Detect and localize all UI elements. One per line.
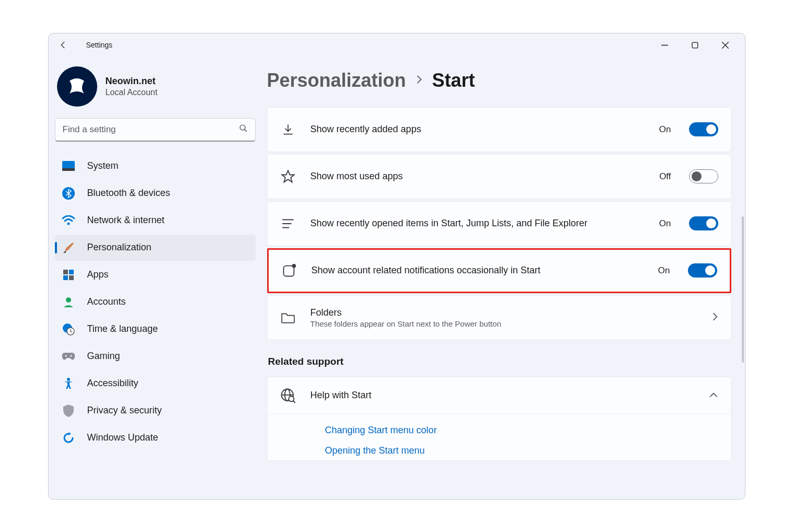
breadcrumb-current: Start <box>432 70 475 91</box>
star-icon <box>280 169 296 184</box>
close-button[interactable] <box>710 36 741 54</box>
svg-line-6 <box>244 130 246 132</box>
profile-name: Neowin.net <box>106 76 158 87</box>
setting-text: Show recently opened items in Start, Jum… <box>311 218 645 229</box>
window-controls <box>650 36 741 54</box>
related-support-heading: Related support <box>268 356 731 367</box>
back-button[interactable] <box>53 34 74 55</box>
setting-title: Show account related notifications occas… <box>312 265 643 276</box>
toggle-switch[interactable] <box>689 122 718 136</box>
sidebar-item-label: Accounts <box>87 296 126 307</box>
svg-rect-11 <box>63 270 68 274</box>
globe-search-icon <box>280 388 296 403</box>
sidebar-item-label: Network & internet <box>87 215 165 226</box>
setting-text: Folders These folders appear on Start ne… <box>311 307 697 328</box>
maximize-button[interactable] <box>680 36 710 54</box>
sidebar-item-label: Gaming <box>87 351 120 362</box>
sidebar-item-label: Windows Update <box>87 432 158 443</box>
sidebar-item-privacy[interactable]: Privacy & security <box>55 398 256 424</box>
chevron-right-icon <box>416 74 423 87</box>
main-content: Personalization Start Show recently adde… <box>262 57 745 499</box>
svg-rect-14 <box>69 275 74 280</box>
sidebar-item-label: Apps <box>87 269 109 280</box>
svg-point-31 <box>289 396 294 401</box>
apps-icon <box>61 268 76 282</box>
setting-text: Show recently added apps <box>311 124 645 135</box>
sidebar-item-label: Personalization <box>87 242 152 253</box>
download-icon <box>280 122 296 137</box>
setting-title: Show recently opened items in Start, Jum… <box>311 218 645 229</box>
sidebar-item-update[interactable]: Windows Update <box>55 425 256 451</box>
sidebar-item-accounts[interactable]: Accounts <box>55 289 256 315</box>
settings-window: Settings Neowin.net Local Account <box>48 33 745 500</box>
sidebar-item-time[interactable]: Time & language <box>55 316 256 342</box>
sidebar: Neowin.net Local Account System <box>49 57 262 499</box>
sidebar-item-gaming[interactable]: Gaming <box>55 343 256 369</box>
toggle-state-label: On <box>659 124 671 135</box>
sidebar-item-network[interactable]: Network & internet <box>55 207 256 234</box>
svg-rect-12 <box>69 270 74 274</box>
sidebar-item-accessibility[interactable]: Accessibility <box>55 371 256 397</box>
wifi-icon <box>61 214 76 227</box>
setting-account-notifications[interactable]: Show account related notifications occas… <box>267 248 731 293</box>
svg-line-32 <box>293 401 295 403</box>
sidebar-item-label: Bluetooth & devices <box>87 188 170 199</box>
body: Neowin.net Local Account System <box>49 57 745 499</box>
setting-text: Show account related notifications occas… <box>312 265 643 276</box>
setting-title: Show most used apps <box>311 171 645 182</box>
sidebar-item-apps[interactable]: Apps <box>55 262 256 288</box>
setting-recently-added-apps[interactable]: Show recently added apps On <box>267 107 731 152</box>
sidebar-item-label: Privacy & security <box>87 405 162 416</box>
gamepad-icon <box>61 350 76 363</box>
toggle-state-label: On <box>658 265 670 276</box>
search-icon <box>239 124 248 135</box>
nav: System Bluetooth & devices Network & int… <box>55 153 256 451</box>
svg-rect-1 <box>692 42 698 48</box>
svg-point-5 <box>240 125 245 130</box>
breadcrumb: Personalization Start <box>267 70 731 91</box>
sidebar-item-personalization[interactable]: Personalization <box>55 235 256 261</box>
notification-badge-icon <box>281 263 297 279</box>
toggle-switch[interactable] <box>688 263 717 277</box>
scrollbar[interactable] <box>742 216 744 363</box>
breadcrumb-parent[interactable]: Personalization <box>267 70 406 91</box>
help-card: Help with Start Changing Start menu colo… <box>267 377 731 461</box>
help-header[interactable]: Help with Start <box>268 377 731 414</box>
titlebar: Settings <box>49 33 745 57</box>
svg-point-20 <box>65 355 66 356</box>
profile[interactable]: Neowin.net Local Account <box>55 62 256 118</box>
setting-most-used-apps[interactable]: Show most used apps Off <box>267 154 731 199</box>
setting-folders[interactable]: Folders These folders appear on Start ne… <box>267 295 731 340</box>
setting-title: Show recently added apps <box>311 124 645 135</box>
sidebar-item-system[interactable]: System <box>55 153 256 179</box>
folder-icon <box>280 310 296 326</box>
toggle-state-label: On <box>659 218 671 229</box>
help-link[interactable]: Opening the Start menu <box>325 445 731 456</box>
person-icon <box>61 295 76 309</box>
search-box[interactable] <box>55 118 256 142</box>
sidebar-item-label: System <box>87 160 119 171</box>
help-links: Changing Start menu color Opening the St… <box>268 414 731 460</box>
setting-sub: These folders appear on Start next to th… <box>311 319 697 328</box>
setting-recent-items[interactable]: Show recently opened items in Start, Jum… <box>267 201 731 246</box>
system-icon <box>61 159 76 173</box>
profile-text: Neowin.net Local Account <box>106 76 158 97</box>
update-icon <box>61 431 76 445</box>
minimize-button[interactable] <box>650 36 680 54</box>
svg-point-10 <box>67 222 70 225</box>
sidebar-item-label: Accessibility <box>87 378 139 389</box>
settings-list: Show recently added apps On Show most us… <box>267 107 731 340</box>
toggle-switch[interactable] <box>689 169 718 183</box>
search-input[interactable] <box>63 124 239 135</box>
svg-rect-8 <box>62 168 75 171</box>
app-title: Settings <box>86 41 113 49</box>
clock-globe-icon <box>61 322 76 336</box>
svg-point-15 <box>66 297 71 303</box>
sidebar-item-bluetooth[interactable]: Bluetooth & devices <box>55 180 256 206</box>
svg-point-21 <box>70 355 72 356</box>
svg-point-27 <box>292 263 295 267</box>
toggle-switch[interactable] <box>689 216 718 230</box>
chevron-up-icon <box>709 391 718 400</box>
bluetooth-icon <box>61 187 76 200</box>
help-link[interactable]: Changing Start menu color <box>325 425 731 436</box>
